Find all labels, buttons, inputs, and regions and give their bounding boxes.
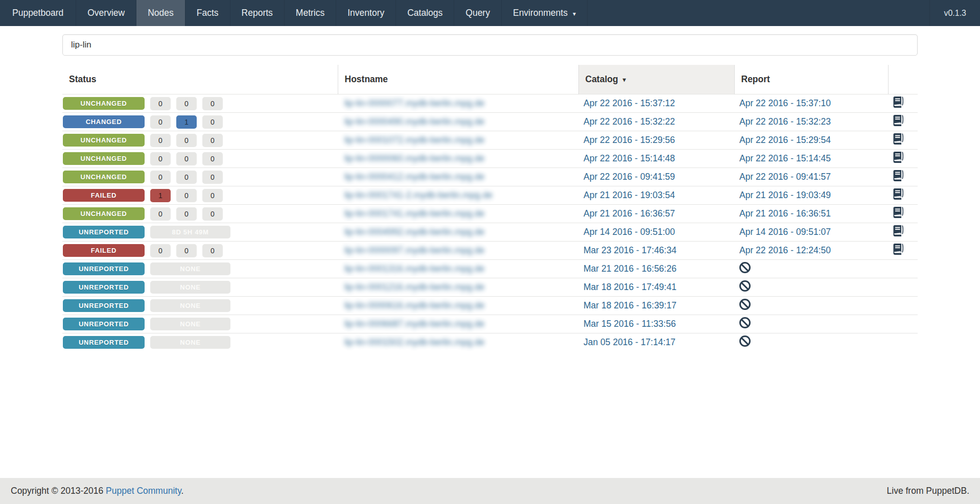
catalog-timestamp-link[interactable]: Apr 22 2016 - 09:41:59: [584, 172, 675, 182]
status-cell: UNREPORTEDNONE: [62, 333, 338, 352]
event-count-box: 0: [202, 207, 223, 221]
navbar-items: Overview Nodes Facts Reports Metrics Inv…: [76, 0, 588, 26]
navbar-item-environments[interactable]: Environments ▾: [502, 0, 588, 26]
catalog-timestamp-link[interactable]: Mar 18 2016 - 16:39:17: [584, 300, 676, 310]
hostname-link[interactable]: lip-lin-0001216.mydb-berlin.mpg.de: [344, 282, 484, 292]
status-cell: FAILED000: [62, 242, 338, 260]
report-book-icon[interactable]: [893, 170, 903, 181]
report-book-icon[interactable]: [893, 244, 903, 255]
no-report-ban-icon: [739, 317, 751, 328]
navbar-item-query[interactable]: Query: [454, 0, 502, 26]
event-counts: 000: [145, 171, 223, 181]
event-count-box: 0: [176, 171, 197, 184]
hostname-link[interactable]: lip-lin-0001741.mydb-berlin.mpg.de: [344, 208, 484, 219]
report-timestamp-link[interactable]: Apr 22 2016 - 15:14:45: [739, 153, 831, 163]
hostname-link[interactable]: lip-lin-0000412.mydb-berlin.mpg.de: [344, 172, 484, 182]
unreported-duration-box: 8D 5H 49M: [150, 226, 230, 238]
event-count-box: 0: [176, 97, 197, 110]
table-row: UNREPORTEDNONE lip-lin-0001216.mydb-berl…: [62, 278, 918, 297]
navbar-item-inventory[interactable]: Inventory: [336, 0, 396, 26]
event-count-box: 0: [202, 115, 223, 129]
no-report-ban-icon: [739, 299, 751, 310]
report-book-icon[interactable]: [893, 225, 903, 236]
report-cell: Apr 22 2016 - 15:14:45: [734, 150, 888, 168]
report-cell: Apr 22 2016 - 12:24:50: [734, 242, 888, 260]
table-row: UNREPORTED8D 5H 49M lip-lin-0004992.mydb…: [62, 223, 918, 242]
hostname-link[interactable]: lip-lin-0000097.mydb-berlin.mpg.de: [344, 245, 484, 255]
hostname-link[interactable]: lip-lin-0000060.mydb-berlin.mpg.de: [344, 153, 484, 163]
report-timestamp-link[interactable]: Apr 22 2016 - 15:32:23: [739, 116, 831, 127]
catalog-timestamp-link[interactable]: Apr 14 2016 - 09:51:00: [584, 227, 675, 237]
hostname-link[interactable]: lip-lin-0001316.mydb-berlin.mpg.de: [344, 263, 484, 274]
puppet-community-link[interactable]: Puppet Community: [106, 486, 181, 496]
hostname-link[interactable]: lip-lin-0004992.mydb-berlin.mpg.de: [344, 227, 484, 237]
catalog-cell: Apr 22 2016 - 15:29:56: [578, 131, 734, 150]
catalog-timestamp-link[interactable]: Mar 18 2016 - 17:49:41: [584, 282, 676, 292]
report-book-icon[interactable]: [893, 188, 903, 200]
hostname-link[interactable]: lip-lin-0006687.mydb-berlin.mpg.de: [344, 319, 484, 329]
catalog-timestamp-link[interactable]: Mar 15 2016 - 11:33:56: [584, 319, 676, 329]
status-cell: UNCHANGED000: [62, 150, 338, 168]
navbar-item-overview[interactable]: Overview: [76, 0, 136, 26]
report-book-icon[interactable]: [893, 207, 903, 218]
catalog-timestamp-link[interactable]: Apr 22 2016 - 15:32:22: [584, 116, 675, 127]
column-header-catalog[interactable]: Catalog▾: [578, 65, 734, 94]
hostname-link[interactable]: lip-lin-0000490.mydb-berlin.mpg.de: [344, 116, 484, 127]
catalog-timestamp-link[interactable]: Apr 21 2016 - 16:36:57: [584, 208, 675, 219]
catalog-timestamp-link[interactable]: Mar 21 2016 - 16:56:26: [584, 263, 676, 274]
navbar-item-metrics[interactable]: Metrics: [285, 0, 336, 26]
report-book-icon[interactable]: [893, 152, 903, 163]
navbar-spacer: [588, 0, 929, 26]
catalog-timestamp-link[interactable]: Apr 22 2016 - 15:37:12: [584, 98, 675, 108]
table-row: UNCHANGED000 lip-lin-0000412.mydb-berlin…: [62, 168, 918, 186]
catalog-cell: Apr 22 2016 - 09:41:59: [578, 168, 734, 186]
report-book-icon[interactable]: [893, 97, 903, 108]
hostname-link[interactable]: lip-lin-0001072.mydb-berlin.mpg.de: [344, 135, 484, 145]
column-header-hostname[interactable]: Hostname: [338, 65, 578, 94]
navbar-item-catalogs[interactable]: Catalogs: [396, 0, 454, 26]
node-search-input[interactable]: [62, 34, 918, 56]
hostname-link[interactable]: lip-lin-0000616.mydb-berlin.mpg.de: [344, 300, 484, 310]
report-timestamp-link[interactable]: Apr 22 2016 - 15:29:54: [739, 135, 831, 145]
catalog-timestamp-link[interactable]: Jan 05 2016 - 17:14:17: [584, 337, 675, 347]
hostname-cell: lip-lin-0001316.mydb-berlin.mpg.de: [338, 260, 578, 278]
event-count-box: 0: [202, 134, 223, 147]
report-timestamp-link[interactable]: Apr 22 2016 - 12:24:50: [739, 245, 831, 255]
event-counts: 000: [145, 98, 223, 108]
report-cell: Apr 14 2016 - 09:51:07: [734, 223, 888, 242]
catalog-timestamp-link[interactable]: Mar 23 2016 - 17:46:34: [584, 245, 676, 255]
report-cell: [734, 315, 888, 333]
column-header-status[interactable]: Status: [62, 65, 338, 94]
hostname-cell: lip-lin-0001502.mydb-berlin.mpg.de: [338, 333, 578, 352]
status-badge: UNCHANGED: [63, 152, 145, 165]
navbar-brand[interactable]: Puppetboard: [0, 0, 76, 26]
report-timestamp-link[interactable]: Apr 14 2016 - 09:51:07: [739, 227, 831, 237]
column-header-report[interactable]: Report: [734, 65, 888, 94]
navbar-item-label: Query: [465, 8, 490, 18]
report-timestamp-link[interactable]: Apr 21 2016 - 19:03:49: [739, 190, 831, 200]
report-timestamp-link[interactable]: Apr 21 2016 - 16:36:51: [739, 208, 831, 219]
report-timestamp-link[interactable]: Apr 22 2016 - 09:41:57: [739, 172, 831, 182]
navbar-item-facts[interactable]: Facts: [185, 0, 230, 26]
report-book-icon[interactable]: [893, 133, 903, 145]
hostname-link[interactable]: lip-lin-0001741-2.mydb-berlin.mpg.de: [344, 190, 493, 200]
version-label: v0.1.3: [929, 0, 980, 26]
navbar-item-reports[interactable]: Reports: [230, 0, 285, 26]
catalog-cell: Jan 05 2016 - 17:14:17: [578, 333, 734, 352]
navbar-item-nodes[interactable]: Nodes: [136, 0, 185, 26]
catalog-timestamp-link[interactable]: Apr 22 2016 - 15:14:48: [584, 153, 675, 163]
table-row: UNCHANGED000 lip-lin-0001741.mydb-berlin…: [62, 205, 918, 223]
report-cell: Apr 21 2016 - 19:03:49: [734, 186, 888, 205]
status-badge: UNREPORTED: [63, 318, 145, 330]
catalog-timestamp-link[interactable]: Apr 22 2016 - 15:29:56: [584, 135, 675, 145]
status-cell: UNCHANGED000: [62, 168, 338, 186]
unreported-duration-box: NONE: [150, 336, 230, 349]
event-count-box: 0: [176, 207, 197, 221]
catalog-cell: Apr 22 2016 - 15:37:12: [578, 94, 734, 113]
catalog-cell: Mar 23 2016 - 17:46:34: [578, 242, 734, 260]
hostname-link[interactable]: lip-lin-0000077.mydb-berlin.mpg.de: [344, 98, 484, 108]
report-book-icon[interactable]: [893, 115, 903, 126]
report-timestamp-link[interactable]: Apr 22 2016 - 15:37:10: [739, 98, 831, 108]
hostname-link[interactable]: lip-lin-0001502.mydb-berlin.mpg.de: [344, 337, 484, 347]
catalog-timestamp-link[interactable]: Apr 21 2016 - 19:03:54: [584, 190, 675, 200]
